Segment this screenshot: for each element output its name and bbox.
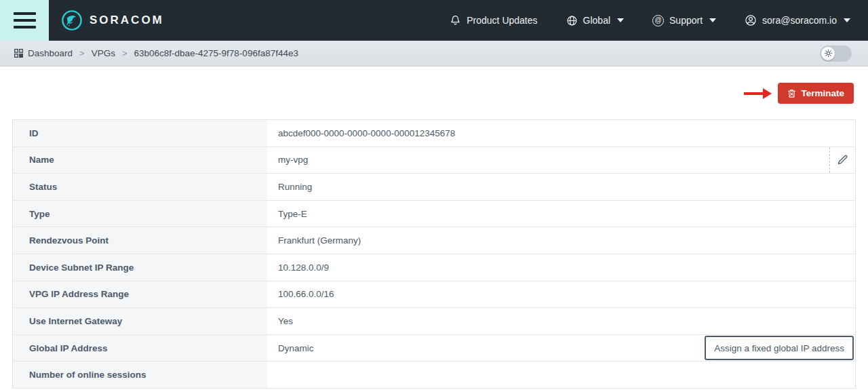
vpg-detail-page: Terminate ID abcdef000-0000-0000-0000-00… (0, 83, 868, 389)
row-label: Number of online sessions (13, 362, 267, 388)
table-row: Type Type-E (13, 201, 855, 228)
terminate-button[interactable]: Terminate (778, 83, 854, 104)
row-value: Frankfurt (Germany) (267, 227, 855, 254)
table-row: Number of online sessions (13, 362, 855, 389)
global-menu[interactable]: Global (566, 15, 624, 26)
breadcrumb-label: Dashboard (28, 48, 73, 58)
soracom-logo[interactable]: SORACOM (49, 0, 164, 41)
top-navbar: SORACOM Product Updates Global (0, 0, 868, 41)
chevron-down-icon (844, 18, 850, 22)
row-label: Type (13, 201, 267, 227)
account-menu[interactable]: sora@soracom.io (745, 14, 850, 26)
row-label: Name (13, 147, 267, 174)
vpg-details-table: ID abcdef000-0000-0000-0000-000012345678… (12, 119, 856, 389)
chevron-down-icon (709, 18, 716, 22)
user-icon (745, 14, 757, 26)
breadcrumb-separator: > (122, 48, 127, 58)
breadcrumb: Dashboard > VPGs > 63b06c8f-dbae-4275-9f… (14, 48, 298, 58)
table-row: Rendezvous Point Frankfurt (Germany) (13, 227, 855, 254)
support-menu[interactable]: @ Support (652, 15, 716, 26)
terminate-label: Terminate (801, 88, 844, 98)
menu-button[interactable] (0, 0, 49, 41)
row-value: my-vpg (267, 147, 829, 174)
brand-name: SORACOM (90, 14, 164, 27)
row-value: Yes (267, 308, 855, 334)
bell-icon (450, 14, 461, 26)
table-row: VPG IP Address Range 100.66.0.0/16 (13, 281, 855, 309)
chevron-down-icon (617, 18, 624, 22)
product-updates-button[interactable]: Product Updates (450, 14, 537, 26)
theme-toggle[interactable] (820, 45, 852, 62)
breadcrumb-vpg-id: 63b06c8f-dbae-4275-9f78-096fa87f44e3 (134, 48, 298, 58)
trash-icon (787, 89, 796, 98)
row-value (267, 362, 855, 388)
edit-name-button[interactable] (829, 147, 855, 174)
table-row: Global IP Address Dynamic Assign a fixed… (13, 335, 855, 362)
row-label: Global IP Address (13, 335, 267, 362)
table-row: Name my-vpg (13, 147, 855, 174)
breadcrumb-bar: Dashboard > VPGs > 63b06c8f-dbae-4275-9f… (0, 41, 868, 66)
sun-icon (824, 49, 833, 58)
support-icon: @ (652, 15, 664, 26)
theme-toggle-knob (821, 47, 835, 60)
row-value: abcdef000-0000-0000-0000-000012345678 (267, 120, 855, 147)
row-label: VPG IP Address Range (13, 281, 267, 308)
row-label: Rendezvous Point (13, 227, 267, 254)
assign-fixed-global-ip-button[interactable]: Assign a fixed global IP address (705, 336, 854, 361)
row-value: Type-E (267, 201, 855, 227)
global-label: Global (583, 15, 610, 26)
row-label: Device Subnet IP Range (13, 254, 267, 281)
breadcrumb-label: 63b06c8f-dbae-4275-9f78-096fa87f44e3 (134, 48, 298, 58)
table-row: Device Subnet IP Range 10.128.0.0/9 (13, 254, 855, 281)
soracom-bird-icon (61, 9, 83, 31)
row-label: ID (13, 120, 267, 147)
annotation-arrow (744, 88, 772, 99)
breadcrumb-dashboard[interactable]: Dashboard (14, 48, 73, 58)
table-row: ID abcdef000-0000-0000-0000-000012345678 (13, 120, 855, 147)
page-actions: Terminate (0, 83, 854, 104)
account-label: sora@soracom.io (762, 15, 837, 26)
breadcrumb-separator: > (79, 48, 85, 58)
product-updates-label: Product Updates (467, 15, 537, 26)
globe-icon (566, 15, 578, 26)
row-label: Status (13, 174, 267, 200)
table-row: Use Internet Gateway Yes (13, 308, 855, 335)
row-label: Use Internet Gateway (13, 308, 267, 334)
support-label: Support (669, 15, 703, 26)
pencil-icon (837, 155, 848, 165)
breadcrumb-vpgs[interactable]: VPGs (92, 48, 115, 58)
navbar-menu: Product Updates Global @ Support (450, 0, 868, 41)
table-row: Status Running (13, 174, 855, 201)
hamburger-icon (14, 12, 36, 15)
breadcrumb-label: VPGs (92, 48, 115, 58)
row-value: 100.66.0.0/16 (267, 281, 855, 308)
row-value: Running (267, 174, 855, 200)
row-value: 10.128.0.0/9 (267, 254, 855, 281)
dashboard-grid-icon (14, 48, 24, 58)
